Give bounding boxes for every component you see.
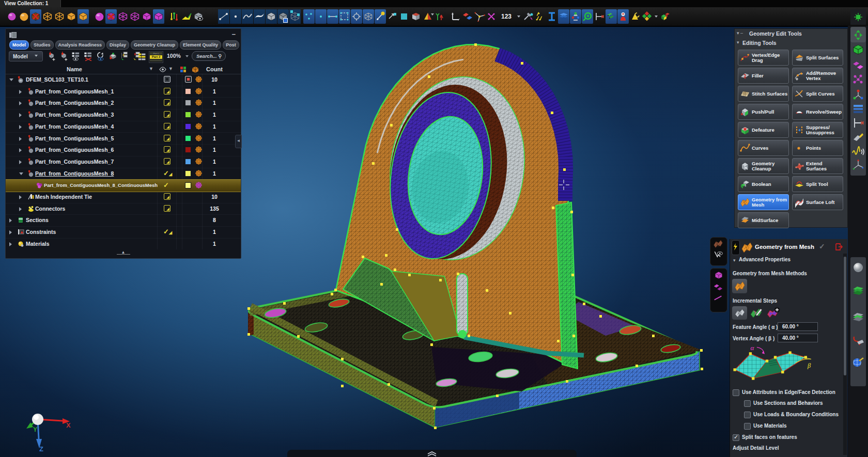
svg-text:α: α: [750, 344, 754, 352]
svg-text:X: X: [66, 421, 71, 429]
svg-text:Z: Z: [39, 445, 43, 453]
svg-text:β: β: [807, 362, 811, 369]
svg-text:Y: Y: [33, 426, 37, 433]
